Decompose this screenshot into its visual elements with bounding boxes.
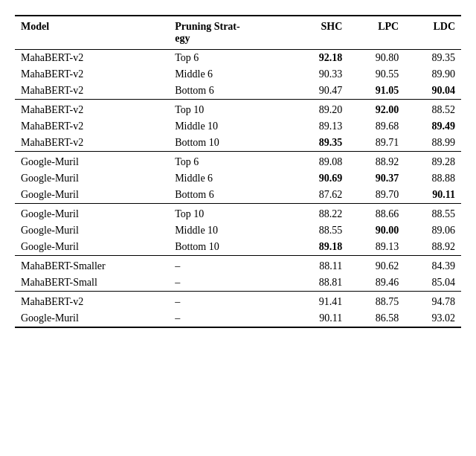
cell-strategy: Top 10: [169, 204, 292, 223]
cell-model: MahaBERT-v2: [15, 292, 169, 311]
cell-ldc: 89.28: [405, 152, 461, 171]
cell-lpc: 90.62: [348, 256, 405, 275]
cell-strategy: –: [169, 274, 292, 292]
cell-model: MahaBERT-Smaller: [15, 256, 169, 275]
cell-lpc: 90.00: [348, 222, 405, 239]
cell-strategy: Top 6: [169, 50, 292, 67]
cell-lpc: 88.92: [348, 152, 405, 171]
cell-lpc: 89.71: [348, 135, 405, 152]
cell-model: Google-Muril: [15, 204, 169, 223]
cell-ldc: 90.04: [405, 83, 461, 100]
cell-shc: 87.62: [292, 187, 348, 204]
cell-lpc: 89.68: [348, 118, 405, 135]
cell-ldc: 85.04: [405, 274, 461, 292]
cell-ldc: 88.99: [405, 135, 461, 152]
cell-strategy: Top 10: [169, 100, 292, 119]
cell-lpc: 88.66: [348, 204, 405, 223]
cell-strategy: Middle 6: [169, 66, 292, 83]
cell-shc: 90.69: [292, 170, 348, 187]
results-table: Model Pruning Strat-egy SHC LPC LDC Maha…: [15, 15, 461, 328]
cell-shc: 89.20: [292, 100, 348, 119]
table-row: Google-MurilMiddle 1088.5590.0089.06: [15, 222, 461, 239]
cell-model: Google-Muril: [15, 310, 169, 327]
cell-model: MahaBERT-Small: [15, 274, 169, 292]
col-ldc: LDC: [405, 16, 461, 50]
cell-shc: 88.11: [292, 256, 348, 275]
cell-shc: 92.18: [292, 50, 348, 67]
col-shc: SHC: [292, 16, 348, 50]
col-pruning: Pruning Strat-egy: [169, 16, 292, 50]
table-row: MahaBERT-v2–91.4188.7594.78: [15, 292, 461, 311]
cell-lpc: 90.80: [348, 50, 405, 67]
cell-lpc: 90.55: [348, 66, 405, 83]
col-lpc: LPC: [348, 16, 405, 50]
cell-model: MahaBERT-v2: [15, 83, 169, 100]
table-row: Google-MurilTop 1088.2288.6688.55: [15, 204, 461, 223]
cell-strategy: Top 6: [169, 152, 292, 171]
cell-ldc: 89.06: [405, 222, 461, 239]
cell-shc: 91.41: [292, 292, 348, 311]
cell-ldc: 84.39: [405, 256, 461, 275]
cell-strategy: Middle 6: [169, 170, 292, 187]
cell-strategy: Bottom 10: [169, 239, 292, 256]
cell-shc: 89.35: [292, 135, 348, 152]
cell-lpc: 90.37: [348, 170, 405, 187]
cell-strategy: Bottom 6: [169, 83, 292, 100]
cell-lpc: 89.70: [348, 187, 405, 204]
cell-strategy: Bottom 10: [169, 135, 292, 152]
table-row: Google-Muril–90.1186.5893.02: [15, 310, 461, 327]
table-row: Google-MurilBottom 1089.1889.1388.92: [15, 239, 461, 256]
cell-strategy: Bottom 6: [169, 187, 292, 204]
cell-ldc: 89.49: [405, 118, 461, 135]
table-row: Google-MurilMiddle 690.6990.3788.88: [15, 170, 461, 187]
cell-shc: 88.22: [292, 204, 348, 223]
cell-model: MahaBERT-v2: [15, 66, 169, 83]
cell-strategy: Middle 10: [169, 222, 292, 239]
cell-model: Google-Muril: [15, 222, 169, 239]
main-container: Model Pruning Strat-egy SHC LPC LDC Maha…: [15, 15, 461, 328]
cell-model: MahaBERT-v2: [15, 100, 169, 119]
cell-model: Google-Muril: [15, 152, 169, 171]
table-row: MahaBERT-v2Middle 690.3390.5589.90: [15, 66, 461, 83]
table-row: MahaBERT-v2Top 692.1890.8089.35: [15, 50, 461, 67]
cell-shc: 88.55: [292, 222, 348, 239]
cell-lpc: 92.00: [348, 100, 405, 119]
cell-shc: 90.47: [292, 83, 348, 100]
cell-ldc: 88.52: [405, 100, 461, 119]
cell-lpc: 91.05: [348, 83, 405, 100]
cell-lpc: 89.46: [348, 274, 405, 292]
cell-ldc: 90.11: [405, 187, 461, 204]
cell-model: Google-Muril: [15, 239, 169, 256]
table-row: MahaBERT-v2Top 1089.2092.0088.52: [15, 100, 461, 119]
cell-strategy: –: [169, 310, 292, 327]
cell-model: Google-Muril: [15, 187, 169, 204]
cell-ldc: 88.55: [405, 204, 461, 223]
table-row: Google-MurilTop 689.0888.9289.28: [15, 152, 461, 171]
cell-model: MahaBERT-v2: [15, 50, 169, 67]
table-row: MahaBERT-Smaller–88.1190.6284.39: [15, 256, 461, 275]
cell-lpc: 89.13: [348, 239, 405, 256]
cell-lpc: 88.75: [348, 292, 405, 311]
cell-shc: 89.13: [292, 118, 348, 135]
cell-ldc: 89.90: [405, 66, 461, 83]
col-model: Model: [15, 16, 169, 50]
table-row: MahaBERT-v2Bottom 690.4791.0590.04: [15, 83, 461, 100]
table-row: MahaBERT-v2Bottom 1089.3589.7188.99: [15, 135, 461, 152]
cell-ldc: 88.92: [405, 239, 461, 256]
cell-shc: 90.33: [292, 66, 348, 83]
cell-model: MahaBERT-v2: [15, 135, 169, 152]
cell-strategy: –: [169, 292, 292, 311]
cell-shc: 89.18: [292, 239, 348, 256]
table-row: MahaBERT-Small–88.8189.4685.04: [15, 274, 461, 292]
cell-strategy: Middle 10: [169, 118, 292, 135]
cell-shc: 90.11: [292, 310, 348, 327]
cell-shc: 88.81: [292, 274, 348, 292]
cell-ldc: 94.78: [405, 292, 461, 311]
table-row: Google-MurilBottom 687.6289.7090.11: [15, 187, 461, 204]
table-row: MahaBERT-v2Middle 1089.1389.6889.49: [15, 118, 461, 135]
cell-shc: 89.08: [292, 152, 348, 171]
cell-ldc: 89.35: [405, 50, 461, 67]
cell-ldc: 88.88: [405, 170, 461, 187]
cell-ldc: 93.02: [405, 310, 461, 327]
cell-lpc: 86.58: [348, 310, 405, 327]
